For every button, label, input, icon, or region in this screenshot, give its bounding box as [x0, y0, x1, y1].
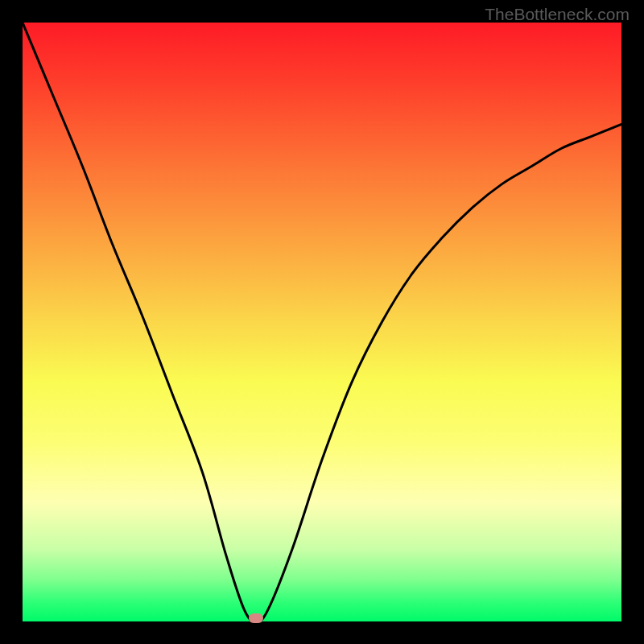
chart-curve-svg: [23, 23, 621, 621]
optimum-marker: [249, 613, 263, 623]
bottleneck-curve-line: [23, 23, 621, 621]
chart-gradient-background: [23, 23, 621, 621]
watermark-text: TheBottleneck.com: [485, 5, 630, 24]
